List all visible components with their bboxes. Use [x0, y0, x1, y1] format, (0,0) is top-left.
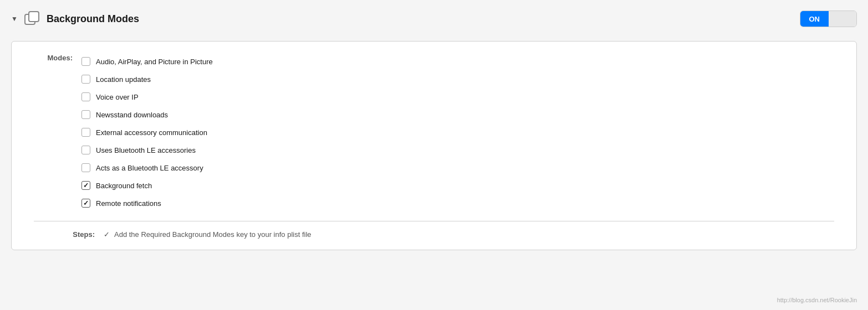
checkbox-bluetooth-le-accessories[interactable] [81, 146, 90, 154]
checkbox-audio[interactable] [81, 57, 90, 66]
checkbox-label-voip: Voice over IP [96, 93, 139, 101]
header-left: ▼ Background Modes [11, 10, 139, 28]
toggle-switch[interactable]: ON [800, 11, 857, 27]
steps-label: Steps: [56, 230, 95, 239]
checkbox-newsstand[interactable] [81, 110, 90, 119]
checkbox-remote-notifications[interactable] [81, 199, 90, 208]
checkbox-item-newsstand[interactable]: Newsstand downloads [81, 106, 213, 123]
checkbox-item-location[interactable]: Location updates [81, 70, 213, 88]
steps-check-icon: ✓ [104, 230, 110, 239]
checkbox-location[interactable] [81, 75, 90, 84]
steps-row: Steps: ✓ Add the Required Background Mod… [34, 230, 834, 239]
checkboxes-list: Audio, AirPlay, and Picture in PictureLo… [81, 53, 213, 212]
checkbox-label-background-fetch: Background fetch [96, 182, 152, 190]
checkbox-external-accessory[interactable] [81, 128, 90, 137]
header-row: ▼ Background Modes ON [11, 10, 857, 28]
checkbox-label-external-accessory: External accessory communication [96, 128, 207, 137]
checkbox-label-location: Location updates [96, 75, 151, 84]
checkbox-label-audio: Audio, AirPlay, and Picture in Picture [96, 58, 213, 66]
checkbox-label-remote-notifications: Remote notifications [96, 199, 161, 208]
svg-rect-1 [29, 12, 39, 22]
collapse-icon[interactable]: ▼ [11, 15, 18, 23]
section-title: Background Modes [47, 13, 139, 25]
divider [34, 221, 834, 221]
checkbox-item-bluetooth-le-accessories[interactable]: Uses Bluetooth LE accessories [81, 141, 213, 159]
modes-label: Modes: [34, 53, 73, 62]
checkbox-item-background-fetch[interactable]: Background fetch [81, 177, 213, 194]
checkbox-label-bluetooth-le-accessory: Acts as a Bluetooth LE accessory [96, 164, 203, 172]
checkbox-item-bluetooth-le-accessory[interactable]: Acts as a Bluetooth LE accessory [81, 159, 213, 177]
checkbox-background-fetch[interactable] [81, 181, 90, 190]
toggle-off-area[interactable] [829, 11, 856, 27]
capability-icon [23, 10, 41, 28]
checkbox-label-bluetooth-le-accessories: Uses Bluetooth LE accessories [96, 146, 196, 154]
checkbox-item-remote-notifications[interactable]: Remote notifications [81, 194, 213, 212]
main-content: Modes: Audio, AirPlay, and Picture in Pi… [11, 41, 857, 250]
checkbox-voip[interactable] [81, 92, 90, 101]
checkbox-item-voip[interactable]: Voice over IP [81, 88, 213, 106]
steps-content: ✓ Add the Required Background Modes key … [104, 230, 312, 239]
checkbox-label-newsstand: Newsstand downloads [96, 111, 168, 119]
checkbox-item-audio[interactable]: Audio, AirPlay, and Picture in Picture [81, 53, 213, 70]
watermark: http://blog.csdn.net/RookieJin [777, 297, 857, 303]
steps-description: Add the Required Background Modes key to… [114, 230, 312, 239]
toggle-on-label[interactable]: ON [800, 11, 829, 27]
checkbox-item-external-accessory[interactable]: External accessory communication [81, 123, 213, 141]
modes-row: Modes: Audio, AirPlay, and Picture in Pi… [34, 53, 834, 212]
checkbox-bluetooth-le-accessory[interactable] [81, 163, 90, 172]
